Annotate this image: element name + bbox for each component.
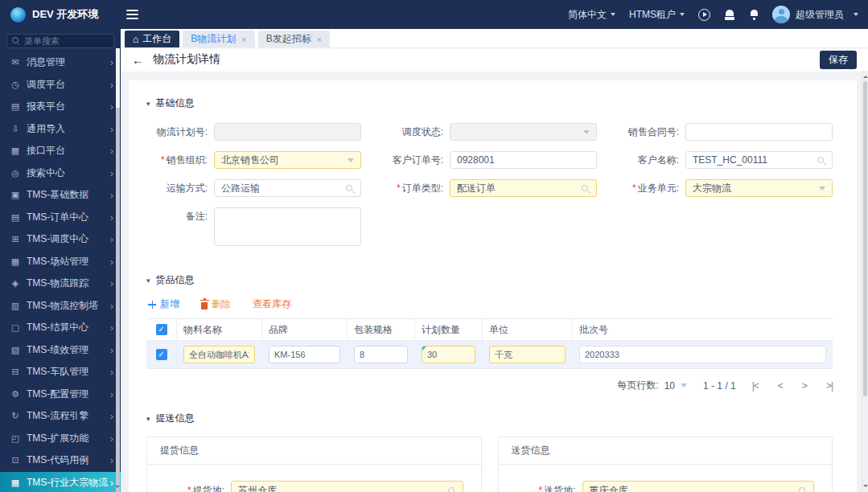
section-shipping-info[interactable]: ▾ 提送信息	[146, 412, 833, 425]
sidebar-item-report-platform[interactable]: ▤报表平台›	[0, 96, 121, 118]
batch-no-input[interactable]	[585, 350, 821, 359]
tab-logistics-plan[interactable]: B物流计划 ×	[183, 31, 254, 47]
remark-textarea[interactable]	[214, 207, 361, 246]
material-name-input[interactable]	[189, 350, 249, 359]
workflow-engine-icon: ↻	[10, 411, 21, 421]
apps-icon[interactable]	[724, 10, 735, 20]
field-pickup-place: *提货地:	[149, 481, 463, 492]
logistics-tracking-icon: ◈	[10, 278, 21, 289]
chevron-right-icon: ›	[110, 212, 113, 223]
unit-input[interactable]	[495, 350, 560, 359]
sales-contract-input[interactable]	[693, 126, 825, 137]
sidebar-item-search-center[interactable]: ◎搜索中心›	[0, 162, 121, 185]
close-icon[interactable]: ×	[241, 35, 246, 44]
bell-icon[interactable]	[749, 10, 759, 20]
menu-search-box[interactable]	[6, 34, 114, 48]
tenant-dropdown[interactable]: HTMS租户	[629, 8, 685, 22]
base-data-icon: ▣	[10, 190, 21, 200]
search-icon[interactable]	[581, 184, 590, 193]
sidebar-item-tms-settlement[interactable]: ▢TMS-结算中心›	[0, 317, 121, 339]
close-icon[interactable]: ×	[317, 35, 322, 44]
sidebar-item-tms-order-center[interactable]: ▤TMS-订单中心›	[0, 207, 121, 229]
main-scrollbar-track[interactable]	[862, 71, 868, 492]
prev-page-button[interactable]: <	[778, 380, 783, 392]
play-circle-icon[interactable]	[698, 9, 710, 21]
scroll-down-icon[interactable]	[863, 485, 868, 490]
last-page-button[interactable]: >|	[826, 380, 833, 392]
first-page-button[interactable]: |<	[752, 380, 759, 392]
tab-workbench[interactable]: ⌂ 工作台	[125, 31, 179, 47]
sidebar-item-tms-extension[interactable]: ◰TMS-扩展功能›	[0, 428, 121, 450]
section-basic-info[interactable]: ▾ 基础信息	[146, 96, 833, 110]
transport-mode-input[interactable]	[221, 182, 345, 194]
section-goods-info[interactable]: ▾ 货品信息	[146, 273, 833, 287]
sidebar-item-tms-station[interactable]: ▦TMS-场站管理›	[0, 251, 121, 273]
sidebar-item-tms-bulk-logistics[interactable]: ▦TMS-行业大宗物流›	[0, 472, 121, 492]
sidebar-item-tms-control-tower[interactable]: ▥TMS-物流控制塔›	[0, 295, 121, 318]
chevron-right-icon: ›	[110, 278, 113, 289]
page-title: 物流计划详情	[153, 52, 220, 67]
delivery-place-input[interactable]	[590, 485, 799, 492]
required-mark: *	[187, 485, 191, 492]
remark-label: 备注:	[146, 207, 214, 225]
business-unit-select[interactable]: 大宗物流	[685, 179, 833, 197]
main-scrollbar-thumb[interactable]	[863, 81, 867, 396]
sidebar-item-tms-fleet[interactable]: ⊟TMS-车队管理›	[0, 361, 121, 383]
content: ▾ 基础信息 物流计划号: 调度状态: 销售合同号: *销售组织:	[121, 72, 868, 492]
chevron-down-icon	[348, 158, 354, 162]
brand-input[interactable]	[274, 350, 335, 359]
language-dropdown[interactable]: 简体中文	[568, 8, 615, 22]
sidebar-item-tms-performance[interactable]: ▧TMS-绩效管理›	[0, 339, 121, 362]
sidebar-scroll-down-icon[interactable]	[115, 486, 120, 490]
row-checkbox[interactable]: ✓	[156, 349, 167, 360]
import-icon: ⇩	[10, 124, 21, 134]
plan-qty-input[interactable]	[427, 350, 470, 359]
package-spec-input[interactable]	[360, 350, 402, 359]
rows-per-page[interactable]: 每页行数: 10	[617, 379, 687, 392]
bulk-logistics-icon: ▦	[10, 478, 21, 488]
goods-table-header: ✓ 物料名称 品牌 包装规格 计划数量 单位 批次号	[146, 319, 833, 341]
collapse-caret-icon: ▾	[146, 415, 150, 423]
select-all-checkbox[interactable]: ✓	[156, 324, 167, 335]
sidebar-item-tms-code-sample[interactable]: ⊡TMS-代码用例›	[0, 449, 121, 472]
transport-mode-label: 运输方式:	[146, 179, 214, 197]
sidebar-item-tms-base-data[interactable]: ▣TMS-基础数据›	[0, 184, 121, 207]
menu-collapse-icon[interactable]	[126, 10, 138, 19]
sidebar-item-dispatch-platform[interactable]: ◷调度平台›	[0, 74, 121, 96]
user-dropdown[interactable]: 超级管理员	[772, 6, 858, 23]
report-platform-icon: ▤	[10, 101, 21, 112]
save-button[interactable]: 保存	[820, 51, 857, 69]
sidebar-item-tms-workflow[interactable]: ↻TMS-流程引擎›	[0, 405, 121, 428]
add-row-button[interactable]: 新增	[148, 297, 179, 311]
section-basic-title: 基础信息	[156, 96, 195, 110]
goods-table: ✓ 物料名称 品牌 包装规格 计划数量 单位 批次号 ✓	[146, 318, 833, 369]
tab-initiate-bidding[interactable]: B发起招标 ×	[258, 31, 330, 47]
delete-row-button[interactable]: 删除	[201, 297, 231, 311]
customer-name-input[interactable]	[693, 154, 817, 166]
customer-order-input[interactable]	[457, 154, 590, 166]
search-icon[interactable]	[798, 486, 807, 492]
sidebar-item-message[interactable]: ✉消息管理›	[0, 51, 121, 74]
sidebar-item-tms-dispatch-center[interactable]: ⊞TMS-调度中心›	[0, 228, 121, 251]
next-page-button[interactable]: >	[802, 380, 807, 392]
sidebar-item-interface-platform[interactable]: ▦接口平台›	[0, 140, 121, 162]
sales-org-select[interactable]: 北京销售公司	[214, 151, 361, 169]
order-type-input-wrap: 配送订单	[450, 179, 597, 197]
search-icon[interactable]	[345, 184, 354, 193]
dispatch-center-icon: ⊞	[10, 234, 21, 244]
sidebar-item-tms-config[interactable]: ⚙TMS-配置管理›	[0, 383, 121, 406]
view-stock-button[interactable]: 查看库存	[253, 297, 291, 311]
chevron-right-icon: ›	[110, 57, 113, 68]
search-icon[interactable]	[817, 156, 825, 165]
menu-search-input[interactable]	[24, 36, 109, 46]
search-icon[interactable]	[447, 486, 456, 492]
sidebar-scrollbar-track[interactable]	[116, 48, 120, 492]
scroll-up-icon[interactable]	[863, 73, 868, 78]
sidebar-scrollbar-thumb[interactable]	[116, 48, 120, 108]
customer-order-input-wrap	[450, 151, 597, 169]
extension-icon: ◰	[10, 433, 21, 444]
sidebar-item-tms-tracking[interactable]: ◈TMS-物流跟踪›	[0, 273, 121, 295]
back-arrow-icon[interactable]: ←	[132, 54, 144, 66]
pickup-place-input[interactable]	[238, 485, 447, 492]
sidebar-item-general-import[interactable]: ⇩通用导入›	[0, 118, 121, 141]
